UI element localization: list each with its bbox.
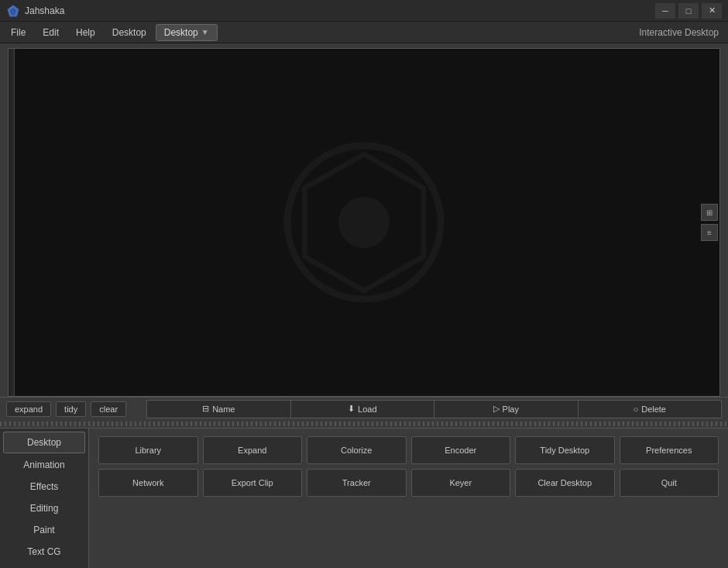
menu-file[interactable]: File <box>3 25 33 40</box>
load-label: Load <box>358 404 376 414</box>
sidebar-paint-label: Paint <box>33 525 54 535</box>
sidebar-item-desktop[interactable]: Desktop <box>3 432 85 453</box>
canvas-watermark <box>279 137 449 308</box>
tidy-button[interactable]: tidy <box>56 401 86 417</box>
quit-button[interactable]: Quit <box>620 469 719 497</box>
menu-desktop[interactable]: Desktop <box>105 25 154 40</box>
sidebar-item-effects[interactable]: Effects <box>3 477 85 497</box>
play-icon: ▷ <box>493 404 500 414</box>
divider <box>0 422 728 426</box>
export-clip-button[interactable]: Export Clip <box>203 469 303 497</box>
bottom-panel: Desktop Animation Effects Editing Paint … <box>0 428 728 568</box>
desktop-tab-label: Desktop <box>164 27 198 38</box>
canvas-right-icons: ⊞ ≡ <box>701 204 718 241</box>
play-button[interactable]: ▷ Play <box>434 400 577 418</box>
network-button[interactable]: Network <box>98 469 198 497</box>
titlebar-controls: ─ □ ✕ <box>655 3 722 19</box>
load-icon: ⬇ <box>348 404 355 414</box>
preferences-button[interactable]: Preferences <box>620 436 719 464</box>
tracker-button[interactable]: Tracker <box>307 469 407 497</box>
sidebar-item-editing[interactable]: Editing <box>3 498 85 518</box>
colorize-button[interactable]: Colorize <box>307 436 407 464</box>
menubar-right-label: Interactive Desktop <box>639 27 725 38</box>
expand-grid-button[interactable]: Expand <box>203 436 303 464</box>
name-label: Name <box>212 404 235 414</box>
sidebar-item-paint[interactable]: Paint <box>3 520 85 540</box>
close-button[interactable]: ✕ <box>702 3 722 19</box>
load-button[interactable]: ⬇ Load <box>290 400 434 418</box>
sidebar: Desktop Animation Effects Editing Paint … <box>0 429 89 568</box>
sidebar-desktop-label: Desktop <box>27 437 61 448</box>
svg-point-4 <box>338 197 390 248</box>
delete-icon: ○ <box>634 404 639 414</box>
canvas-left-handle <box>9 49 15 396</box>
encoder-button[interactable]: Encoder <box>411 436 511 464</box>
delete-button[interactable]: ○ Delete <box>578 400 722 418</box>
menubar: File Edit Help Desktop Desktop ▼ Interac… <box>0 22 728 43</box>
sidebar-animation-label: Animation <box>23 460 64 470</box>
titlebar-left: Jahshaka <box>6 4 64 18</box>
app-title: Jahshaka <box>25 5 64 16</box>
library-button[interactable]: Library <box>98 436 198 464</box>
delete-label: Delete <box>641 404 666 414</box>
sidebar-effects-label: Effects <box>30 481 58 492</box>
name-button[interactable]: ⊟ Name <box>146 400 290 418</box>
list-view-icon[interactable]: ≡ <box>701 224 718 241</box>
menu-edit[interactable]: Edit <box>35 25 67 40</box>
desktop-tab[interactable]: Desktop ▼ <box>156 24 218 41</box>
clear-button[interactable]: clear <box>91 401 126 417</box>
maximize-button[interactable]: □ <box>678 3 699 19</box>
sidebar-item-textcg[interactable]: Text CG <box>3 542 85 562</box>
sidebar-editing-label: Editing <box>30 503 59 514</box>
keyer-button[interactable]: Keyer <box>411 469 511 497</box>
clear-desktop-button[interactable]: Clear Desktop <box>515 469 615 497</box>
play-label: Play <box>503 404 519 414</box>
menu-help[interactable]: Help <box>68 25 103 40</box>
tidy-desktop-button[interactable]: Tidy Desktop <box>515 436 615 464</box>
expand-button[interactable]: expand <box>6 401 51 417</box>
canvas-area: ⊞ ≡ <box>8 48 720 397</box>
desktop-tab-arrow-icon: ▼ <box>201 28 209 36</box>
minimize-button[interactable]: ─ <box>655 3 675 19</box>
bottom-toolbar: expand tidy clear ⊟ Name ⬇ Load ▷ Play ○… <box>0 397 728 420</box>
app-logo <box>6 4 20 18</box>
titlebar: Jahshaka ─ □ ✕ <box>0 0 728 22</box>
name-icon: ⊟ <box>202 404 209 414</box>
grid-view-icon[interactable]: ⊞ <box>701 204 718 221</box>
sidebar-textcg-label: Text CG <box>27 546 60 557</box>
buttons-grid: Library Expand Colorize Encoder Tidy Des… <box>89 429 728 568</box>
toolbar-actions: ⊟ Name ⬇ Load ▷ Play ○ Delete <box>146 400 722 418</box>
sidebar-item-animation[interactable]: Animation <box>3 455 85 475</box>
